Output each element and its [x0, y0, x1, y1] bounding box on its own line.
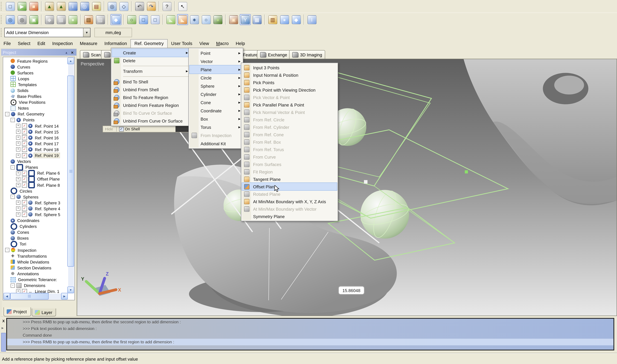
unit-button[interactable]: mm,deg: [94, 28, 132, 37]
tree-item-base-profiles[interactable]: Base Profiles: [3, 93, 68, 99]
menu-item-unbind-from-shell[interactable]: Unbind From Shell: [112, 86, 190, 94]
tree-item-ref-point-19[interactable]: +✓Ref. Point 19: [3, 153, 68, 158]
menu-item-input-3-points[interactable]: Input 3 Points: [242, 64, 337, 71]
visibility-checkbox[interactable]: ✓: [22, 289, 27, 293]
visibility-checkbox[interactable]: ✓: [22, 129, 27, 134]
tree-item-surfaces[interactable]: Surfaces: [3, 70, 68, 76]
menu-item-unbind-from-curve-or-surface[interactable]: Unbind From Curve Or Surface: [112, 117, 190, 125]
tree-item-ref-plane-8[interactable]: +✓Ref. Plane 8: [3, 182, 68, 188]
tree-item-ref-point-14[interactable]: +✓Ref. Point 14: [3, 123, 68, 129]
menu-select[interactable]: Select: [14, 39, 34, 48]
expand-icon[interactable]: +: [16, 183, 20, 187]
tree-item-ref-sphere-3[interactable]: +✓Ref. Sphere 3: [3, 200, 68, 206]
expand-icon[interactable]: +: [16, 171, 20, 175]
annotate-plane-icon[interactable]: ◆: [291, 14, 302, 25]
menu-item-pick-points[interactable]: Pick Points: [242, 79, 337, 86]
workspace-box-icon[interactable]: ◇: [118, 1, 129, 12]
menu-item-pick-parallel-plane-point[interactable]: Pick Parallel Plane & Point: [242, 101, 337, 108]
new-document-icon[interactable]: □: [5, 1, 16, 12]
menu-item-cone[interactable]: Cone▶: [190, 98, 242, 106]
visibility-checkbox[interactable]: ✓: [22, 182, 27, 188]
tree-item-vectors[interactable]: Vectors: [3, 158, 68, 164]
tree-item-coordinates[interactable]: Coordinates: [3, 218, 68, 223]
tree-item-loops[interactable]: Loops: [3, 76, 68, 82]
console-scrollbar[interactable]: [1, 333, 6, 351]
scroll-up-icon[interactable]: ▲: [67, 58, 74, 64]
undo-icon[interactable]: ↶: [134, 1, 145, 12]
menu-item-cylinder[interactable]: Cylinder▶: [190, 90, 242, 98]
hide-button[interactable]: Hide: [103, 127, 115, 131]
tree-hscroll-thumb[interactable]: [10, 293, 49, 299]
shaded-view-icon[interactable]: ◆: [110, 14, 121, 25]
expand-icon[interactable]: +: [16, 177, 20, 181]
visibility-checkbox[interactable]: ✓: [22, 123, 27, 129]
redo-icon[interactable]: ↷: [146, 1, 157, 12]
tree-item-feature-regions[interactable]: Feature Regions: [3, 58, 68, 64]
visibility-checkbox[interactable]: ✓: [22, 206, 27, 211]
expand-icon[interactable]: +: [16, 289, 20, 293]
tree-item-section-deviations[interactable]: Section Deviations: [3, 265, 68, 271]
tree-item-spheres[interactable]: -Spheres: [3, 194, 68, 200]
menu-file[interactable]: File: [0, 39, 14, 48]
scroll-right-icon[interactable]: ▶: [61, 293, 68, 299]
menu-item-pick-point-with-viewing-direction[interactable]: Pick Point with Viewing Direction: [242, 86, 337, 94]
tree-item-cones[interactable]: Cones: [3, 229, 68, 235]
tree-item-view-positions[interactable]: View Positions: [3, 99, 68, 105]
droplet-icon[interactable]: ●: [279, 14, 290, 25]
import-model-icon[interactable]: ▲: [56, 1, 67, 12]
menu-item-vector[interactable]: Vector▶: [190, 57, 242, 65]
expand-icon[interactable]: +: [16, 147, 20, 152]
command-console[interactable]: >>> Press RMB to pop up sub-menu, then d…: [6, 318, 614, 351]
export-model-icon[interactable]: ▲: [44, 1, 55, 12]
collapse-icon[interactable]: -: [11, 283, 15, 288]
mesh-smooth-icon[interactable]: ●: [67, 14, 78, 25]
collapse-icon[interactable]: -: [5, 112, 9, 116]
menu-measure[interactable]: Measure: [76, 39, 101, 48]
menu-item-plane[interactable]: Plane▶: [190, 65, 242, 74]
merge-shells-icon[interactable]: ▨: [95, 14, 106, 25]
panel-tab-layer[interactable]: Layer: [32, 309, 56, 316]
pan-view-icon[interactable]: ◎: [16, 14, 27, 25]
menu-item-coordinate[interactable]: Coordinate▶: [190, 106, 242, 115]
mesh-simplify-icon[interactable]: ◆: [44, 14, 55, 25]
tree-item-ref-plane-6[interactable]: +✓Ref. Plane 6: [3, 170, 68, 176]
visibility-checkbox[interactable]: ✓: [22, 135, 27, 140]
tree-item-offset-plane[interactable]: +✓Offset Plane: [3, 176, 68, 182]
expand-icon[interactable]: +: [16, 207, 20, 211]
mesh-grid-icon[interactable]: ▦: [252, 14, 262, 25]
menu-view[interactable]: View: [196, 39, 213, 48]
scroll-down-icon[interactable]: ▼: [67, 286, 74, 293]
menu-inspection[interactable]: Inspection: [49, 39, 76, 48]
tree-item-ref-sphere-5[interactable]: +✓Ref. Sphere 5: [3, 212, 68, 217]
tree-item-ref-point-15[interactable]: +✓Ref. Point 15: [3, 129, 68, 135]
print-preview-icon[interactable]: ◎: [107, 1, 118, 12]
menu-item-bind-to-shell[interactable]: Bind To Shell: [112, 78, 190, 86]
section-view-icon[interactable]: □: [138, 14, 149, 25]
console-expand-icon[interactable]: ▶: [1, 326, 4, 330]
tree-item-ref-point-16[interactable]: +✓Ref. Point 16: [3, 135, 68, 141]
zoom-window-icon[interactable]: ▣: [28, 14, 39, 25]
tree-item-linear-dim-1[interactable]: +✓Linear Dim. 1: [3, 288, 68, 293]
context-help-cursor-icon[interactable]: ?: [161, 1, 172, 12]
tree-item-templates[interactable]: Templates: [3, 82, 68, 88]
wedge-orange-icon[interactable]: ◣: [177, 14, 188, 25]
tree-item-dimensions[interactable]: -Dimensions: [3, 283, 68, 288]
import-icon[interactable]: ▶: [16, 1, 27, 12]
menu-item-unbind-from-feature-region[interactable]: Unbind From Feature Region: [112, 101, 190, 109]
tree-item-geometric-tolerance[interactable]: Geometric Tolerance:: [3, 276, 68, 282]
menu-item-delete[interactable]: Delete: [112, 57, 190, 65]
menu-item-torus[interactable]: Torus▶: [190, 123, 242, 131]
measure-tripod-icon[interactable]: Y: [240, 14, 251, 25]
mesh-subdivide-icon[interactable]: ▦: [56, 14, 67, 25]
menu-item-additional-kit[interactable]: Additional Kit: [190, 139, 242, 148]
shield-icon[interactable]: ▣: [228, 14, 239, 25]
toolbar-grip[interactable]: [1, 15, 3, 24]
toolbar-grip[interactable]: [1, 2, 3, 11]
panel-collapse-icon[interactable]: ▴: [64, 50, 69, 55]
tree-item-tori[interactable]: Tori: [3, 241, 68, 247]
expand-icon[interactable]: +: [16, 142, 20, 146]
visibility-checkbox[interactable]: ✓: [22, 212, 27, 217]
tree-item-cylinders[interactable]: Cylinders: [3, 223, 68, 229]
select-cursor-icon[interactable]: ↖: [177, 1, 188, 12]
menu-item-input-normal-position[interactable]: Input Normal & Position: [242, 71, 337, 79]
